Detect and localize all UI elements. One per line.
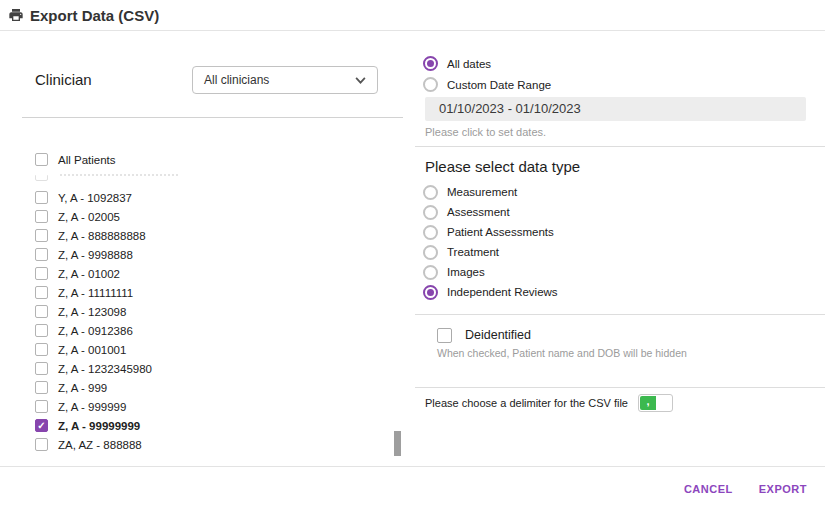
data-type-radio[interactable]: Patient Assessments [423, 222, 558, 242]
faded-row-placeholder [60, 174, 178, 176]
checkbox-icon[interactable]: ✓ [35, 400, 48, 413]
patient-row[interactable]: ✓ Z, A - 1232345980 [28, 359, 394, 378]
data-type-radio[interactable]: Images [423, 262, 558, 282]
patient-row[interactable]: ✓ ZA, AZ - 888888 [28, 435, 394, 454]
export-button[interactable]: EXPORT [759, 483, 807, 495]
radio-dot [427, 249, 434, 256]
patient-label: Z, A - 123098 [58, 306, 126, 318]
radio-icon [423, 56, 438, 71]
dialog-title: Export Data (CSV) [30, 7, 159, 24]
radio-icon [423, 205, 438, 220]
printer-icon [8, 7, 24, 23]
data-type-radio[interactable]: Independent Reviews [423, 282, 558, 302]
cancel-button[interactable]: CANCEL [684, 483, 733, 495]
patient-label: Z, A - 0912386 [58, 325, 133, 337]
date-option-label: All dates [447, 58, 491, 70]
date-option-radio[interactable]: All dates [423, 53, 551, 74]
checkbox-icon[interactable]: ✓ [35, 248, 48, 261]
patient-list: ✓ All Patients ✓ ✓ Y, A - 1092837 ✓ Z, A… [28, 150, 394, 454]
patient-label: Z, A - 02005 [58, 211, 120, 223]
radio-icon [423, 185, 438, 200]
patient-label: Z, A - 999999 [58, 401, 126, 413]
data-type-label: Treatment [447, 246, 499, 258]
radio-dot [427, 81, 434, 88]
patient-row[interactable]: ✓ Z, A - 888888888 [28, 226, 394, 245]
patient-row[interactable]: ✓ Z, A - 11111111 [28, 283, 394, 302]
patient-row[interactable]: ✓ Z, A - 01002 [28, 264, 394, 283]
checkbox-icon[interactable]: ✓ [35, 362, 48, 375]
clinician-select-value: All clinicians [204, 73, 269, 87]
checkbox-icon[interactable]: ✓ [35, 267, 48, 280]
delimiter-row: Please choose a delimiter for the CSV fi… [425, 392, 673, 414]
patient-row[interactable]: ✓ Z, A - 99999999 [28, 416, 394, 435]
patient-row[interactable]: ✓ Z, A - 9998888 [28, 245, 394, 264]
patient-row[interactable]: ✓ [28, 169, 394, 188]
data-type-radio[interactable]: Measurement [423, 182, 558, 202]
date-options: All dates Custom Date Range [423, 53, 551, 95]
patient-row[interactable]: ✓ Z, A - 999999 [28, 397, 394, 416]
deidentified-helper-text: When checked, Patient name and DOB will … [437, 347, 687, 359]
patient-label: Z, A - 11111111 [58, 287, 133, 299]
checkbox-icon[interactable]: ✓ [35, 286, 48, 299]
patient-row[interactable]: ✓ Y, A - 1092837 [28, 188, 394, 207]
patient-label: Z, A - 1232345980 [58, 363, 152, 375]
patient-label: Z, A - 888888888 [58, 230, 146, 242]
checkbox-icon[interactable]: ✓ [35, 419, 48, 432]
scrollbar-thumb[interactable] [394, 431, 401, 456]
radio-icon [423, 77, 438, 92]
deidentified-row[interactable]: Deidentified [437, 326, 531, 344]
data-type-radio[interactable]: Assessment [423, 202, 558, 222]
radio-icon [423, 225, 438, 240]
patient-label: ZA, AZ - 888888 [58, 439, 142, 451]
checkbox-icon[interactable]: ✓ [35, 229, 48, 242]
patient-label: Z, A - 01002 [58, 268, 120, 280]
divider [415, 387, 825, 388]
radio-icon [423, 285, 438, 300]
patient-label: Y, A - 1092837 [58, 192, 132, 204]
checkbox-icon[interactable]: ✓ [35, 191, 48, 204]
delimiter-label: Please choose a delimiter for the CSV fi… [425, 397, 628, 409]
date-option-label: Custom Date Range [447, 79, 551, 91]
patient-label: Z, A - 001001 [58, 344, 126, 356]
date-option-radio[interactable]: Custom Date Range [423, 74, 551, 95]
checkbox-icon[interactable]: ✓ [35, 153, 48, 166]
checkbox-icon[interactable] [437, 328, 452, 343]
date-range-field[interactable]: 01/10/2023 - 01/10/2023 [425, 97, 806, 121]
patient-row[interactable]: ✓ Z, A - 001001 [28, 340, 394, 359]
patient-label: Z, A - 999 [58, 382, 107, 394]
patient-row[interactable]: ✓ Z, A - 0912386 [28, 321, 394, 340]
delimiter-toggle[interactable]: , [638, 394, 673, 412]
clinician-label: Clinician [35, 71, 92, 88]
checkbox-icon[interactable]: ✓ [35, 324, 48, 337]
radio-dot [427, 269, 434, 276]
clinician-select[interactable]: All clinicians [192, 66, 378, 94]
divider [22, 117, 403, 118]
comma-delimiter-segment: , [640, 396, 656, 410]
data-type-radio[interactable]: Treatment [423, 242, 558, 262]
chevron-down-icon [355, 77, 366, 84]
checkbox-icon[interactable]: ✓ [35, 168, 48, 181]
data-type-label: Independent Reviews [447, 286, 558, 298]
radio-icon [423, 245, 438, 260]
checkbox-icon[interactable]: ✓ [35, 305, 48, 318]
checkbox-icon[interactable]: ✓ [35, 343, 48, 356]
patient-label: Z, A - 99999999 [58, 420, 140, 432]
patient-row[interactable]: ✓ Z, A - 123098 [28, 302, 394, 321]
patient-row[interactable]: ✓ Z, A - 999 [28, 378, 394, 397]
patient-label: Z, A - 9998888 [58, 249, 133, 261]
radio-dot [427, 209, 434, 216]
checkbox-icon[interactable]: ✓ [35, 438, 48, 451]
data-type-label: Measurement [447, 186, 517, 198]
divider [0, 466, 825, 467]
divider [415, 146, 825, 147]
checkbox-icon[interactable]: ✓ [35, 210, 48, 223]
dialog-header: Export Data (CSV) [0, 0, 825, 31]
deidentified-label: Deidentified [465, 328, 531, 342]
radio-dot [427, 189, 434, 196]
footer-actions: CANCEL EXPORT [684, 483, 807, 495]
patient-row[interactable]: ✓ All Patients [28, 150, 394, 169]
patient-label: All Patients [58, 154, 116, 166]
checkbox-icon[interactable]: ✓ [35, 381, 48, 394]
divider [415, 314, 825, 315]
patient-row[interactable]: ✓ Z, A - 02005 [28, 207, 394, 226]
